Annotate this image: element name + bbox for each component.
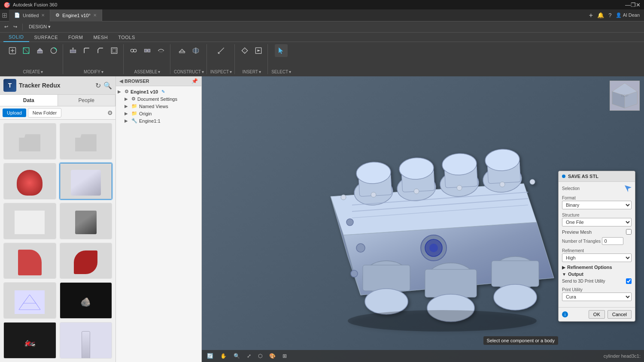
motion-btn[interactable] [155, 44, 167, 57]
sidebar-toolbar: Upload New Folder ⚙ [0, 106, 115, 120]
viewport[interactable]: TOP Select one component or a body 🔄 ✋ 🔍… [202, 76, 644, 362]
refinement-options-section[interactable]: ▶ Refinement Options [562, 265, 632, 270]
print-utility-select[interactable]: Cura Simplify3D Meshmixer [562, 293, 632, 301]
restore-btn[interactable]: ❐ [631, 2, 636, 8]
sidebar-tab-people[interactable]: People [58, 95, 116, 106]
tab-tools[interactable]: TOOLS [113, 33, 140, 42]
upload-btn[interactable]: Upload [3, 109, 26, 117]
cube-face[interactable]: TOP [610, 81, 640, 111]
shell-btn[interactable] [108, 44, 121, 57]
help-btn[interactable]: ? [608, 12, 611, 18]
tab-engine1-close[interactable]: ✕ [93, 13, 97, 18]
tab-solid[interactable]: SOLID [3, 33, 29, 42]
structure-select[interactable]: One File One File Per Body [562, 218, 632, 226]
modify-dropdown[interactable]: MODIFY▾ [84, 69, 103, 74]
create-dropdown[interactable]: CREATE▾ [23, 69, 43, 74]
cancel-btn[interactable]: Cancel [608, 310, 632, 319]
create-sketch-btn[interactable] [20, 44, 33, 57]
select-btn[interactable] [275, 44, 288, 57]
folder-thumbnail [60, 124, 112, 160]
sidebar-search-btn[interactable]: 🔍 [103, 81, 112, 90]
browser-pin-btn[interactable]: 📌 [191, 78, 198, 84]
construct-dropdown[interactable]: CONSTRUCT▾ [174, 69, 204, 74]
list-item[interactable]: 📄 Amal_Post_Proc... V2 [3, 243, 56, 279]
design-dropdown[interactable]: DESIGN ▾ [26, 24, 53, 30]
assemble-dropdown[interactable]: ASSEMBLE▾ [134, 69, 161, 74]
tree-item-origin[interactable]: ▶ 📁 Origin [116, 110, 201, 117]
grid-btn[interactable]: ⊞ [281, 352, 289, 360]
press-pull-btn[interactable] [67, 44, 79, 57]
list-item[interactable]: 📄 Amal_carb_dual... V4 [60, 243, 112, 279]
tree-item-engine1[interactable]: ▶ 🔧 Engine1:1 [116, 117, 201, 124]
tab-engine1[interactable]: ⚙ Engine1 v10° ✕ [50, 9, 102, 21]
tab-untitled[interactable]: 📄 Untitled ✕ [9, 9, 50, 21]
offset-plane-btn[interactable] [176, 44, 188, 57]
list-item[interactable]: 📄 M1100S_FrontE... V29 [3, 203, 56, 239]
list-item[interactable]: 🏍️ 📄 Scan = [3, 322, 56, 359]
undo-btn[interactable]: ↩ [3, 23, 10, 30]
tab-add-btn[interactable]: + [589, 12, 593, 19]
gear-btn[interactable]: ⚙ [107, 109, 113, 116]
sidebar-tab-data[interactable]: Data [0, 95, 58, 106]
output-section[interactable]: ▼ Output [562, 272, 632, 277]
pan-btn[interactable]: ✋ [219, 352, 228, 360]
tree-item-engine[interactable]: ▶ ⚙ Engine1 v10 ✎ [116, 88, 201, 95]
tree-item-docsettings[interactable]: ▶ ⚙ Document Settings [116, 95, 201, 103]
svg-marker-6 [37, 48, 43, 51]
list-item[interactable]: 📁 Reference Images [3, 123, 56, 160]
list-item[interactable]: 📄 [60, 322, 112, 359]
list-item[interactable]: 📁 Source import data [60, 123, 112, 160]
format-select[interactable]: Binary ASCII [562, 201, 632, 209]
list-item[interactable]: 📄 Engine1 V19 [60, 163, 112, 199]
send-to-3d-checkbox[interactable] [626, 278, 632, 284]
list-item[interactable]: 📄 Piston_gen V1 [3, 163, 56, 199]
insert-canvas-btn[interactable] [252, 44, 265, 57]
format-row: Format Binary ASCII [562, 195, 632, 209]
tree-edit-btn[interactable]: ✎ [161, 89, 165, 94]
minimize-btn[interactable]: — [625, 2, 631, 8]
triangles-input[interactable] [602, 237, 623, 245]
ok-btn[interactable]: OK [589, 310, 605, 319]
perspective-btn[interactable]: ⬡ [256, 352, 264, 360]
rigid-group-btn[interactable] [141, 44, 154, 57]
new-component-btn[interactable] [6, 44, 19, 57]
svg-point-68 [429, 244, 438, 252]
display-mode-btn[interactable]: 🎨 [267, 352, 277, 360]
notification-btn[interactable]: 🔔 [597, 12, 604, 18]
revolve-btn[interactable] [47, 44, 60, 57]
navigation-cube[interactable]: TOP [610, 81, 640, 111]
refinement-select[interactable]: Low Medium High [562, 253, 632, 262]
tab-mesh[interactable]: MESH [88, 33, 113, 42]
preview-mesh-checkbox[interactable] [626, 229, 632, 235]
print-utility-row: Print Utility Cura Simplify3D Meshmixer [562, 287, 632, 301]
redo-btn[interactable]: ↪ [12, 23, 19, 30]
insert-dropdown[interactable]: INSERT▾ [242, 69, 261, 74]
measure-btn[interactable] [215, 44, 228, 57]
user-btn[interactable]: 👤 Al Dean [616, 12, 640, 18]
fit-btn[interactable]: ⤢ [245, 352, 253, 360]
midplane-btn[interactable] [189, 44, 202, 57]
tab-surface[interactable]: SURFACE [29, 33, 63, 42]
tree-item-namedviews[interactable]: ▶ 📁 Named Views [116, 103, 201, 110]
browser-collapse-btn[interactable]: ◀ [119, 78, 123, 84]
select-dropdown[interactable]: SELECT▾ [271, 69, 291, 74]
svg-point-13 [131, 49, 134, 52]
sidebar-nav: Data People [0, 95, 115, 106]
joint-btn[interactable] [127, 44, 140, 57]
extrude-btn[interactable] [33, 44, 46, 57]
dialog-info-btn[interactable]: i [562, 311, 568, 317]
list-item[interactable]: 📄 Racing_chassis... V1 [3, 282, 56, 319]
tab-untitled-close[interactable]: ✕ [41, 13, 45, 18]
orbit-btn[interactable]: 🔄 [205, 352, 215, 360]
insert-mesh-btn[interactable] [238, 44, 251, 57]
list-item[interactable]: 📄 brake design sp... V1 [60, 203, 112, 239]
new-folder-btn[interactable]: New Folder [28, 108, 61, 118]
sidebar-refresh-btn[interactable]: ↻ [95, 81, 101, 90]
chamfer-btn[interactable] [94, 44, 107, 57]
close-btn[interactable]: ✕ [636, 2, 641, 8]
inspect-dropdown[interactable]: INSPECT▾ [210, 69, 232, 74]
fillet-btn[interactable] [80, 44, 93, 57]
list-item[interactable]: 🪨 📄 Scan - raw data ... V1 [60, 282, 112, 319]
tab-form[interactable]: FORM [63, 33, 88, 42]
zoom-btn[interactable]: 🔍 [232, 352, 242, 360]
